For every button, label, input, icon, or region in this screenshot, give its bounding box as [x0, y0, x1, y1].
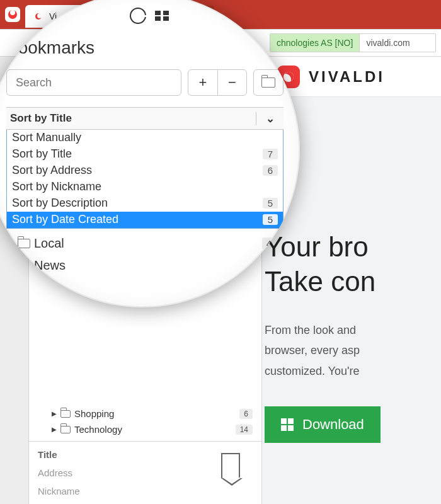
count-badge: 5 [263, 214, 278, 225]
expand-icon[interactable]: ▶ [52, 426, 57, 433]
headline-2: Take con [265, 264, 441, 299]
sort-option-label: Sort by Title [12, 147, 72, 161]
sort-option-label: Sort by Date Created [12, 213, 118, 226]
form-label-nickname: Nickname [38, 486, 198, 496]
folder-label: Technology [74, 424, 122, 435]
count-badge: 7 [263, 149, 278, 159]
folder-row[interactable]: ▶ Local 4 [6, 232, 284, 255]
sort-option[interactable]: Sort Manually [7, 130, 283, 146]
sort-dropdown: Sort Manually Sort by Title7 Sort by Add… [6, 130, 284, 229]
sort-option[interactable]: Sort by Description5 [7, 195, 283, 212]
sort-option-label: Sort by Description [12, 197, 108, 210]
sort-option[interactable]: Sort by Address6 [7, 163, 283, 179]
bookmark-icon [209, 449, 253, 478]
sort-option[interactable]: Sort by Date Created5 [7, 212, 283, 228]
page-header: VIVALDI [262, 57, 441, 97]
folder-icon [60, 410, 71, 418]
panel-title: Bookmarks [6, 29, 284, 69]
add-bookmark-button[interactable]: + [188, 70, 217, 95]
body-line: browser, every asp [265, 340, 441, 360]
folder-count: 14 [236, 425, 253, 435]
folder-count: 6 [239, 409, 253, 419]
sort-header[interactable]: Sort by Title ⌄ [6, 107, 284, 130]
favicon [33, 11, 44, 22]
bookmark-detail-form: Title Address Nickname [29, 441, 261, 504]
count-badge: 5 [263, 198, 278, 209]
folder-list: ▶ Shopping 6 ▶ Technology 14 [29, 402, 261, 441]
folder-row[interactable]: ▶ Shopping 6 [35, 406, 261, 421]
remove-bookmark-button[interactable]: − [217, 70, 246, 95]
sort-option[interactable]: Sort by Nickname [7, 179, 283, 195]
folder-row[interactable]: ▶ Technology 14 [35, 421, 261, 437]
body-line: From the look and [265, 320, 441, 340]
search-input[interactable]: Search [6, 69, 181, 96]
download-label: Download [302, 416, 364, 433]
expand-icon[interactable]: ▶ [52, 410, 57, 417]
address-bar[interactable]: chnologies AS [NO] vivaldi.com [270, 33, 436, 52]
folder-icon [18, 239, 30, 248]
sort-option-label: Sort by Address [12, 164, 92, 177]
folder-label: Shopping [74, 408, 114, 419]
form-label-title: Title [38, 449, 198, 460]
folder-icon [60, 426, 71, 433]
sort-option[interactable]: Sort by Title7 [7, 146, 283, 163]
brand-name: VIVALDI [309, 68, 385, 86]
windows-icon [281, 418, 294, 431]
certificate-chip[interactable]: chnologies AS [NO] [270, 34, 360, 52]
search-placeholder: Search [16, 76, 52, 89]
reload-icon[interactable] [130, 8, 146, 24]
tile-view-icon[interactable] [155, 11, 169, 21]
body-line: customized. You're [265, 361, 441, 381]
download-button[interactable]: Download [265, 406, 381, 443]
folder-list: ▶ Local 4 ▶ News [6, 232, 284, 277]
address-text: vivaldi.com [360, 38, 416, 48]
headline-1: Your bro [265, 229, 441, 264]
count-badge: 6 [263, 165, 278, 176]
folder-label: Local [34, 236, 64, 251]
app-icon [5, 7, 20, 22]
sort-header-label: Sort by Title [6, 112, 256, 125]
chevron-down-icon[interactable]: ⌄ [256, 112, 284, 125]
new-folder-button[interactable] [254, 70, 283, 95]
sort-option-label: Sort by Nickname [12, 180, 101, 193]
folder-icon [261, 77, 275, 88]
form-label-address: Address [38, 467, 198, 478]
sort-option-label: Sort Manually [12, 131, 81, 144]
